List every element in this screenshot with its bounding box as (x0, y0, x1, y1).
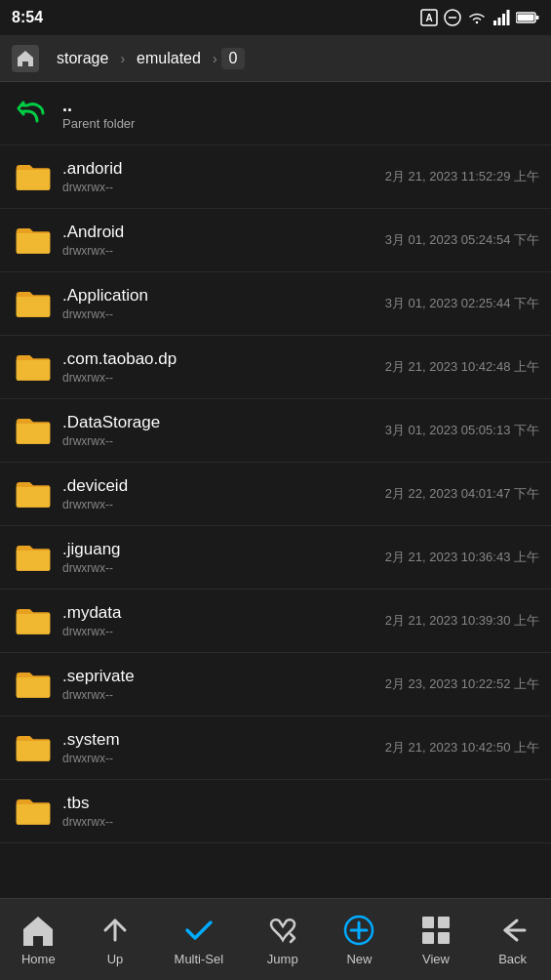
breadcrumb-bar: storage › emulated › 0 (0, 35, 551, 82)
svg-rect-17 (438, 932, 450, 944)
list-item[interactable]: .tbs drwxrwx-- (0, 780, 551, 843)
home-breadcrumb-icon[interactable] (12, 45, 39, 72)
svg-rect-7 (507, 10, 510, 25)
file-meta: drwxrwx-- (62, 815, 539, 829)
list-item[interactable]: .jiguang drwxrwx-- 2月 21, 2023 10:36:43 … (0, 526, 551, 590)
file-name: .Android (62, 223, 385, 242)
folder-icon (12, 790, 55, 833)
file-meta: drwxrwx-- (62, 434, 385, 448)
parent-folder-text: .. Parent folder (62, 96, 135, 131)
file-name: .Application (62, 286, 385, 306)
svg-rect-15 (438, 917, 450, 928)
home-icon (20, 913, 56, 948)
parent-folder-dotdot: .. (62, 96, 135, 116)
list-item[interactable]: .mydata drwxrwx-- 2月 21, 2023 10:39:30 上… (0, 590, 551, 653)
signal-icon (492, 9, 510, 26)
folder-icon (12, 409, 55, 452)
file-date: 2月 21, 2023 11:52:29 上午 (385, 168, 539, 185)
nav-back-label: Back (498, 952, 527, 966)
nav-up[interactable]: Up (86, 905, 144, 974)
nav-new-label: New (346, 952, 372, 966)
nav-new[interactable]: New (330, 905, 388, 974)
nav-up-label: Up (107, 952, 124, 966)
file-name: .andorid (62, 159, 385, 179)
breadcrumb-0[interactable]: 0 (221, 48, 246, 69)
list-item[interactable]: .Application drwxrwx-- 3月 01, 2023 02:25… (0, 272, 551, 336)
breadcrumb-sep-2: › (213, 51, 217, 66)
nav-jump[interactable]: Jump (254, 905, 312, 974)
folder-icon (12, 282, 55, 325)
file-info: .jiguang drwxrwx-- (62, 540, 385, 575)
up-icon (98, 913, 133, 948)
view-icon (418, 913, 453, 948)
nav-multi-sel-label: Multi-Sel (175, 952, 224, 966)
file-name: .deviceid (62, 476, 385, 496)
folder-icon (12, 536, 55, 579)
file-date: 2月 21, 2023 10:42:50 上午 (385, 739, 539, 756)
status-bar: 8:54 A (0, 0, 551, 35)
folder-icon (12, 726, 55, 769)
parent-folder-item[interactable]: .. Parent folder (0, 82, 551, 145)
list-item[interactable]: .com.taobao.dp drwxrwx-- 2月 21, 2023 10:… (0, 336, 551, 399)
folder-icon (12, 219, 55, 262)
battery-icon (516, 11, 539, 24)
status-time: 8:54 (12, 9, 43, 26)
parent-folder-label: Parent folder (62, 116, 135, 131)
file-date: 3月 01, 2023 02:25:44 下午 (385, 295, 539, 312)
svg-rect-9 (518, 15, 534, 21)
file-name: .mydata (62, 603, 385, 623)
file-meta: drwxrwx-- (62, 688, 385, 702)
nav-multi-sel[interactable]: Multi-Sel (163, 905, 236, 974)
nav-back[interactable]: Back (484, 905, 542, 974)
file-name: .com.taobao.dp (62, 349, 385, 369)
file-info: .tbs drwxrwx-- (62, 794, 539, 829)
file-meta: drwxrwx-- (62, 561, 385, 575)
list-item[interactable]: .DataStorage drwxrwx-- 3月 01, 2023 05:05… (0, 399, 551, 463)
nav-view[interactable]: View (407, 905, 465, 974)
file-name: .jiguang (62, 540, 385, 559)
list-item[interactable]: .system drwxrwx-- 2月 21, 2023 10:42:50 上… (0, 716, 551, 780)
svg-rect-5 (498, 18, 501, 25)
back-arrow-icon (12, 92, 55, 135)
nav-home[interactable]: Home (9, 905, 67, 974)
file-meta: drwxrwx-- (62, 244, 385, 258)
wifi-icon (467, 10, 487, 25)
file-date: 2月 21, 2023 10:42:48 上午 (385, 358, 539, 376)
file-info: .com.taobao.dp drwxrwx-- (62, 349, 385, 385)
file-date: 2月 21, 2023 10:36:43 上午 (385, 549, 539, 566)
file-info: .DataStorage drwxrwx-- (62, 413, 385, 448)
folder-icon (12, 663, 55, 706)
new-icon (341, 913, 376, 948)
file-meta: drwxrwx-- (62, 752, 385, 765)
file-info: .andorid drwxrwx-- (62, 159, 385, 194)
breadcrumb-emulated[interactable]: emulated (129, 48, 209, 69)
a-icon: A (420, 9, 438, 26)
list-item[interactable]: .andorid drwxrwx-- 2月 21, 2023 11:52:29 … (0, 145, 551, 209)
file-date: 2月 22, 2023 04:01:47 下午 (385, 485, 539, 503)
file-list: .. Parent folder .andorid drwxrwx-- 2月 2… (0, 82, 551, 898)
jump-icon (265, 913, 300, 948)
list-item[interactable]: .deviceid drwxrwx-- 2月 22, 2023 04:01:47… (0, 463, 551, 526)
svg-rect-16 (422, 932, 434, 944)
svg-rect-14 (422, 917, 434, 928)
file-name: .DataStorage (62, 413, 385, 432)
file-meta: drwxrwx-- (62, 307, 385, 321)
svg-text:A: A (425, 13, 432, 23)
back-icon (495, 913, 531, 948)
list-item[interactable]: .seprivate drwxrwx-- 2月 23, 2023 10:22:5… (0, 653, 551, 716)
file-date: 3月 01, 2023 05:05:13 下午 (385, 422, 539, 439)
file-meta: drwxrwx-- (62, 181, 385, 194)
list-item[interactable]: .Android drwxrwx-- 3月 01, 2023 05:24:54 … (0, 209, 551, 272)
file-name: .seprivate (62, 667, 385, 686)
file-info: .system drwxrwx-- (62, 730, 385, 765)
file-info: .Android drwxrwx-- (62, 223, 385, 258)
file-items-container: .andorid drwxrwx-- 2月 21, 2023 11:52:29 … (0, 145, 551, 843)
file-info: .Application drwxrwx-- (62, 286, 385, 321)
file-info: .seprivate drwxrwx-- (62, 667, 385, 702)
breadcrumb-sep-1: › (120, 51, 125, 66)
check-icon (181, 913, 216, 948)
svg-rect-6 (502, 14, 505, 25)
breadcrumb-storage[interactable]: storage (49, 48, 116, 69)
folder-icon (12, 599, 55, 642)
file-date: 3月 01, 2023 05:24:54 下午 (385, 231, 539, 249)
